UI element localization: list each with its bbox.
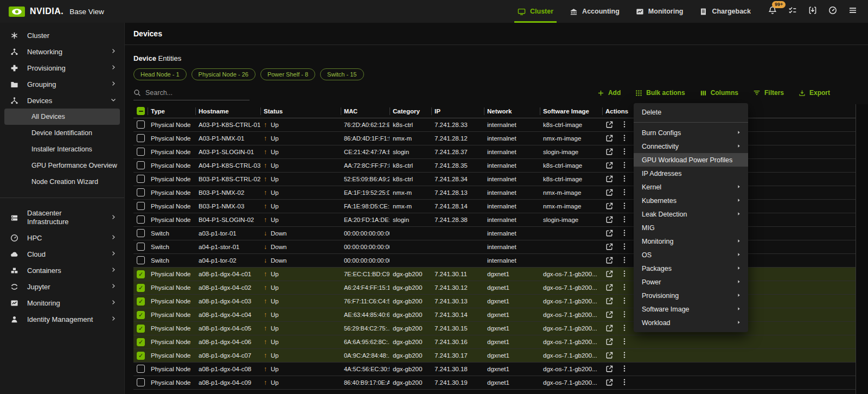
export-button[interactable]: Export — [799, 89, 830, 97]
row-checkbox[interactable] — [137, 256, 145, 264]
menu-item-provisioning[interactable]: Provisioning — [634, 289, 748, 302]
column-header-status[interactable]: Status — [260, 107, 341, 116]
open-external-icon[interactable] — [605, 215, 614, 225]
sidebar-item-grouping[interactable]: Grouping — [0, 76, 124, 92]
sidebar-item-node-creation-wizard[interactable]: Node Creation Wizard — [4, 174, 120, 190]
open-external-icon[interactable] — [605, 202, 614, 211]
kebab-icon[interactable] — [621, 148, 628, 156]
kebab-icon[interactable] — [621, 270, 628, 278]
column-header-hostname[interactable]: Hostname — [195, 107, 260, 116]
open-external-icon[interactable] — [605, 310, 614, 320]
row-checkbox[interactable] — [137, 120, 145, 129]
sidebar-item-devices[interactable]: Devices — [0, 92, 124, 109]
column-header-network[interactable]: Network — [484, 107, 540, 116]
open-external-icon[interactable] — [605, 338, 614, 347]
row-checkbox[interactable] — [137, 134, 145, 142]
kebab-icon[interactable] — [621, 310, 628, 319]
kebab-icon[interactable] — [621, 120, 628, 129]
row-checkbox[interactable] — [137, 352, 145, 360]
topnav-chargeback[interactable]: Chargeback — [699, 0, 751, 23]
menu-item-kernel[interactable]: Kernel — [634, 180, 748, 194]
bell-icon-button[interactable]: 99+ — [768, 6, 777, 17]
row-checkbox[interactable] — [137, 188, 145, 196]
kebab-icon[interactable] — [621, 283, 628, 292]
menu-item-delete[interactable]: Delete — [634, 105, 748, 119]
sidebar-item-monitoring[interactable]: Monitoring — [0, 295, 124, 311]
entity-chip-power-shelf-8[interactable]: Power Shelf - 8 — [260, 68, 315, 80]
open-external-icon[interactable] — [605, 365, 614, 374]
kebab-icon[interactable] — [621, 134, 628, 143]
open-external-icon[interactable] — [605, 256, 614, 265]
menu-item-power[interactable]: Power — [634, 275, 748, 289]
open-external-icon[interactable] — [605, 378, 614, 387]
kebab-icon[interactable] — [621, 256, 628, 265]
sidebar-item-containers[interactable]: Containers — [0, 262, 124, 278]
sidebar-item-all-devices[interactable]: All Devices — [4, 109, 120, 125]
kebab-icon[interactable] — [621, 297, 628, 306]
row-checkbox[interactable] — [137, 378, 145, 386]
row-checkbox[interactable] — [137, 284, 145, 292]
kebab-icon[interactable] — [621, 378, 628, 387]
column-header-ip[interactable]: IP — [431, 107, 484, 116]
kebab-icon[interactable] — [621, 229, 628, 238]
menu-item-gpu-workload-power-profiles[interactable]: GPU Workload Power Profiles — [634, 153, 748, 167]
menu-item-os[interactable]: OS — [634, 248, 748, 262]
menu-item-ip-addresses[interactable]: IP Addresses — [634, 167, 748, 180]
menu-item-leak-detection[interactable]: Leak Detection — [634, 207, 748, 221]
menu-item-mig[interactable]: MIG — [634, 221, 748, 234]
kebab-icon[interactable] — [621, 365, 628, 373]
entity-chip-switch-15[interactable]: Switch - 15 — [320, 68, 363, 80]
search-input[interactable] — [145, 89, 243, 97]
row-checkbox[interactable] — [137, 365, 145, 373]
bulk-actions-button[interactable]: Bulk actions — [635, 89, 685, 97]
menu-item-workload[interactable]: Workload — [634, 316, 748, 329]
sidebar-item-identity-management[interactable]: Identity Management — [0, 311, 124, 327]
row-checkbox[interactable] — [137, 311, 145, 319]
kebab-icon[interactable] — [621, 175, 628, 183]
open-external-icon[interactable] — [605, 297, 614, 306]
open-external-icon[interactable] — [605, 148, 614, 157]
sidebar-item-networking[interactable]: Networking — [0, 43, 124, 60]
entity-chip-head-node-1[interactable]: Head Node - 1 — [133, 68, 187, 80]
row-checkbox[interactable] — [137, 325, 145, 333]
row-checkbox[interactable] — [137, 175, 145, 183]
open-external-icon[interactable] — [605, 270, 614, 279]
open-external-icon[interactable] — [605, 229, 614, 238]
open-external-icon[interactable] — [605, 120, 614, 130]
sidebar-item-cluster[interactable]: Cluster — [0, 27, 124, 43]
topnav-accounting[interactable]: Accounting — [570, 0, 620, 23]
column-header-software-image[interactable]: Software Image — [540, 107, 602, 116]
row-checkbox[interactable] — [137, 270, 145, 278]
menu-item-kubernetes[interactable]: Kubernetes — [634, 194, 748, 207]
open-external-icon[interactable] — [605, 283, 614, 293]
sidebar-item-gpu-performance-overview[interactable]: GPU Performance Overview — [4, 157, 120, 174]
column-header-actions[interactable]: Actions — [602, 107, 636, 116]
column-header-type[interactable]: Type — [148, 107, 195, 116]
row-checkbox[interactable] — [137, 229, 145, 237]
sidebar-item-cloud[interactable]: Cloud — [0, 246, 124, 262]
kebab-icon[interactable] — [621, 351, 628, 360]
row-checkbox[interactable] — [137, 297, 145, 306]
sidebar-item-hpc[interactable]: HPC — [0, 230, 124, 246]
open-external-icon[interactable] — [605, 175, 614, 184]
kebab-icon[interactable] — [621, 202, 628, 211]
open-external-icon[interactable] — [605, 188, 614, 198]
kebab-icon[interactable] — [621, 243, 628, 251]
open-external-icon[interactable] — [605, 134, 614, 143]
table-row[interactable]: Physical Nodea08-p1-dgx-04-c08↑Up4A:5C:5… — [133, 363, 856, 376]
select-all-checkbox[interactable] — [137, 107, 145, 115]
entity-chip-physical-node-26[interactable]: Physical Node - 26 — [192, 68, 256, 80]
row-checkbox[interactable] — [137, 243, 145, 251]
row-checkbox[interactable] — [137, 148, 145, 156]
add-button[interactable]: Add — [597, 89, 621, 97]
menu-item-burn-configs[interactable]: Burn Configs — [634, 126, 748, 139]
columns-button[interactable]: Columns — [700, 89, 738, 97]
menu-item-software-image[interactable]: Software Image — [634, 302, 748, 316]
topnav-monitoring[interactable]: Monitoring — [636, 0, 684, 23]
kebab-icon[interactable] — [621, 324, 628, 333]
row-checkbox[interactable] — [137, 202, 145, 210]
kebab-icon[interactable] — [621, 215, 628, 224]
filters-button[interactable]: Filters — [753, 89, 784, 97]
open-external-icon[interactable] — [605, 161, 614, 170]
row-checkbox[interactable] — [137, 161, 145, 169]
